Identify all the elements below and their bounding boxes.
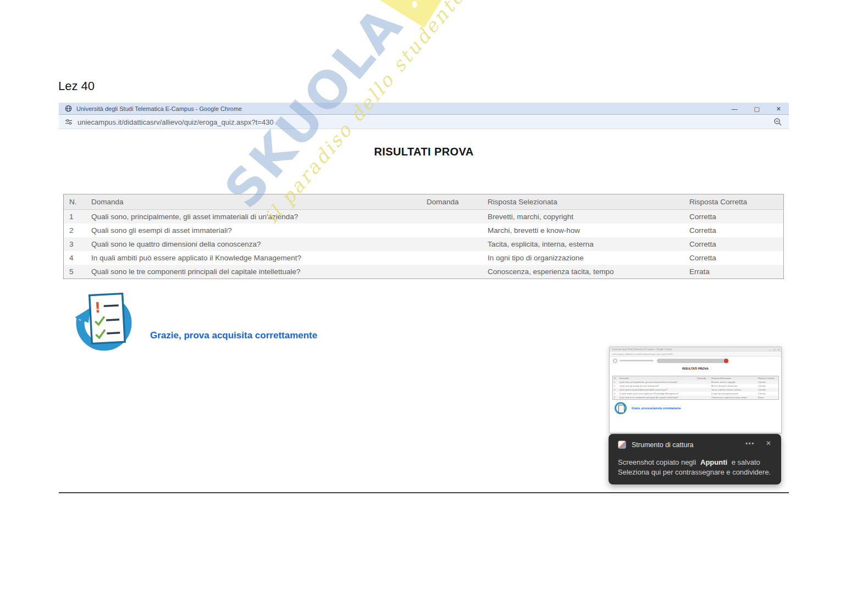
results-heading: RISULTATI PROVA [59, 146, 789, 158]
table-header-row: N. Domanda Domanda Risposta Selezionata … [64, 194, 783, 210]
maximize-button[interactable]: ▢ [754, 105, 759, 113]
cell-outcome: Corretta [685, 240, 783, 248]
close-button[interactable]: ✕ [776, 105, 781, 113]
cell-n: 4 [64, 254, 87, 262]
mini-titlebar: Università degli Studi Telematica E-Camp… [610, 347, 781, 352]
mini-th: N. [613, 377, 618, 380]
col-header-domanda: Domanda [87, 198, 422, 206]
watermark-net-banner: .net [377, 0, 469, 28]
cell-selected: Marchi, brevetti e know-how [483, 226, 685, 235]
mini-cell: In quali ambiti può essere applicato il … [618, 393, 696, 395]
toast-close-button[interactable]: ✕ [766, 439, 771, 447]
mini-close: ✕ [778, 348, 779, 351]
globe-favicon-icon [65, 105, 72, 112]
toast-header: Strumento di cattura [618, 441, 694, 449]
mini-globe-icon [613, 359, 617, 363]
mini-cell: 2 [613, 385, 618, 387]
mini-th: Risposta Selezionata [710, 377, 757, 380]
mini-window-title: Università degli Studi Telematica E-Camp… [612, 348, 672, 350]
screenshot-preview-thumbnail[interactable]: Università degli Studi Telematica E-Camp… [609, 347, 782, 433]
snipping-tool-icon [618, 441, 626, 449]
mini-cell: Errata [757, 397, 778, 399]
mini-cell: Corretta [757, 389, 778, 391]
cell-n: 3 [64, 240, 87, 248]
test-acquired-icon: ! [71, 288, 137, 354]
col-header-domanda2: Domanda [422, 198, 483, 206]
mini-cell: Conoscenza, esperienza tacita, tempo [710, 397, 757, 399]
toast-text: e salvato [732, 458, 760, 466]
mini-table-row: 3 Quali sono le quattro dimensioni della… [613, 388, 778, 392]
mini-cell: Tacita, esplicita, interna, esterna [710, 389, 757, 391]
mini-cell: Quali sono le tre componenti principali … [618, 397, 696, 399]
cell-n: 1 [64, 213, 87, 221]
snipping-tool-notification[interactable]: Strumento di cattura ••• ✕ Screenshot co… [609, 434, 781, 484]
table-row: 3 Quali sono le quattro dimensioni della… [64, 237, 783, 251]
mini-results-table: N. Domanda Domanda Risposta Selezionata … [612, 376, 779, 400]
cell-selected: Tacita, esplicita, interna, esterna [483, 240, 685, 248]
mini-results-heading: RISULTATI PROVA [610, 367, 781, 370]
mini-text-blur [620, 360, 654, 361]
mini-cell: Quali sono gli esempi di asset immateria… [618, 385, 696, 387]
mini-cell: 5 [613, 397, 618, 399]
mini-minimize: — [769, 348, 771, 351]
mini-table-row: 4 In quali ambiti può essere applicato i… [613, 392, 778, 395]
minimize-button[interactable]: — [731, 105, 737, 112]
cell-selected: Conoscenza, esperienza tacita, tempo [483, 268, 685, 276]
browser-window: Università degli Studi Telematica E-Camp… [59, 103, 789, 493]
cell-n: 2 [64, 226, 87, 235]
mini-acquired-icon [615, 402, 627, 414]
toast-text: Screenshot copiato negli [618, 458, 696, 466]
url-text[interactable]: uniecampus.it/didatticasrv/allievo/quiz/… [78, 118, 274, 126]
mini-cell: In ogni tipo di organizzazione [710, 393, 757, 395]
cell-question: Quali sono, principalmente, gli asset im… [87, 213, 422, 221]
mini-cell: 1 [613, 381, 618, 383]
mini-header-row: N. Domanda Domanda Risposta Selezionata … [613, 376, 778, 380]
zoom-out-icon[interactable] [773, 118, 782, 126]
notes-page: Lez 40 Università degli Studi Telematica… [0, 0, 868, 613]
cell-outcome: Corretta [685, 213, 783, 221]
mini-cell: Corretta [757, 393, 778, 395]
address-bar[interactable]: uniecampus.it/didatticasrv/allievo/quiz/… [59, 115, 789, 129]
mini-record-stop-icon [724, 359, 728, 363]
acquired-message: Grazie, prova acquisita correttamente [150, 330, 317, 341]
table-row: 2 Quali sono gli esempi di asset immater… [64, 224, 783, 237]
toast-text-bold: Appunti [700, 458, 727, 466]
table-row: 1 Quali sono, principalmente, gli asset … [64, 210, 783, 224]
toast-body-line2[interactable]: Seleziona qui per contrassegnare e condi… [618, 468, 771, 476]
mini-cell: 4 [613, 393, 618, 395]
site-settings-icon[interactable] [65, 118, 73, 126]
lesson-label: Lez 40 [58, 79, 95, 93]
mini-cell: Quali sono, principalmente, gli asset im… [618, 381, 696, 383]
toast-more-button[interactable]: ••• [745, 440, 755, 448]
cell-outcome: Corretta [685, 226, 783, 235]
results-table: N. Domanda Domanda Risposta Selezionata … [63, 194, 784, 279]
col-header-risposta-selezionata: Risposta Selezionata [483, 198, 685, 206]
mini-cell: 3 [613, 389, 618, 391]
mini-recording-bar [610, 358, 781, 365]
mini-th: Domanda [618, 377, 696, 380]
cell-question: Quali sono le quattro dimensioni della c… [87, 240, 422, 248]
window-title: Università degli Studi Telematica E-Camp… [76, 105, 242, 112]
mini-urlbar: uniecampus.it/didatticasrv/allievo/quiz/… [610, 352, 781, 356]
col-header-risposta-corretta: Risposta Corretta [685, 198, 783, 206]
table-row: 4 In quali ambiti può essere applicato i… [64, 251, 783, 265]
toast-body-line1: Screenshot copiato negli Appunti e salva… [618, 458, 760, 466]
cell-n: 5 [64, 268, 87, 276]
window-controls: — ▢ ✕ [731, 103, 781, 115]
mini-cell: Corretta [757, 381, 778, 383]
toast-app-name: Strumento di cattura [632, 441, 694, 449]
cell-selected: In ogni tipo di organizzazione [483, 254, 685, 262]
browser-titlebar[interactable]: Università degli Studi Telematica E-Camp… [59, 103, 789, 115]
cell-selected: Brevetti, marchi, copyright [483, 213, 685, 221]
mini-progress-bar [657, 359, 728, 363]
mini-table-row: 1 Quali sono, principalmente, gli asset … [613, 380, 778, 384]
mini-cell: Corretta [757, 385, 778, 387]
cell-question: Quali sono le tre componenti principali … [87, 268, 422, 276]
cell-question: In quali ambiti può essere applicato il … [87, 254, 422, 262]
cell-outcome: Errata [685, 268, 783, 276]
cell-question: Quali sono gli esempi di asset immateria… [87, 226, 422, 235]
mini-table-row: 2 Quali sono gli esempi di asset immater… [613, 384, 778, 388]
cell-outcome: Corretta [685, 254, 783, 262]
mini-cell: Marchi, brevetti e know-how [710, 385, 757, 387]
mini-cell: Quali sono le quattro dimensioni della c… [618, 389, 696, 391]
